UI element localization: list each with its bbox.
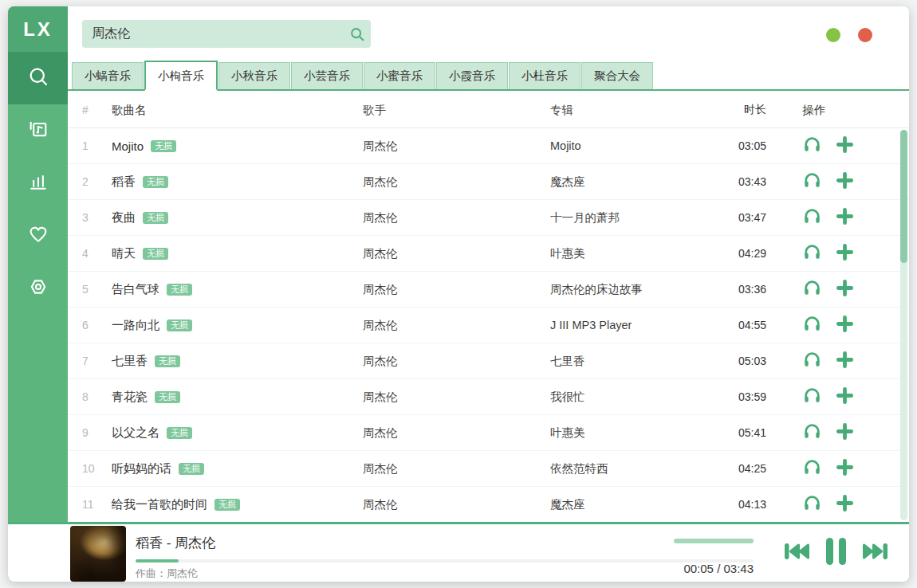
add-button[interactable] (836, 351, 854, 372)
song-name: 告白气球 (112, 282, 159, 297)
search-icon[interactable] (344, 25, 371, 43)
progress-bar[interactable] (136, 559, 754, 563)
player-controls (782, 524, 890, 582)
sidebar-item-settings[interactable] (8, 262, 68, 315)
source-tab[interactable]: 聚合大会 (581, 62, 653, 89)
add-button[interactable] (836, 315, 854, 336)
next-button[interactable] (860, 539, 890, 567)
add-button[interactable] (836, 171, 854, 193)
table-row[interactable]: 5 告白气球 无损 周杰伦 周杰伦的床边故事 03:36 (68, 272, 909, 308)
table-scrollbar-track[interactable] (900, 130, 907, 520)
plus-icon (836, 279, 854, 300)
add-button[interactable] (836, 494, 854, 515)
song-name: 稻香 (112, 174, 136, 190)
song-duration: 05:41 (730, 426, 766, 439)
row-index: 4 (82, 247, 112, 260)
add-button[interactable] (836, 135, 854, 157)
song-name: 听妈妈的话 (112, 461, 171, 476)
add-button[interactable] (836, 422, 854, 444)
music-list-icon (27, 118, 49, 143)
sidebar-item-search[interactable] (8, 52, 68, 104)
album-art[interactable] (70, 526, 126, 582)
song-duration: 03:05 (730, 139, 766, 152)
table-row[interactable]: 2 稻香 无损 周杰伦 魔杰座 03:43 (68, 164, 909, 200)
listen-button[interactable] (802, 314, 822, 337)
table-row[interactable]: 11 给我一首歌的时间 无损 周杰伦 魔杰座 04:13 (68, 487, 909, 522)
headphone-icon (802, 206, 822, 229)
add-button[interactable] (836, 458, 854, 480)
quality-badge: 无损 (143, 212, 168, 224)
table-row[interactable]: 4 晴天 无损 周杰伦 叶惠美 04:29 (68, 236, 909, 272)
add-button[interactable] (836, 279, 854, 300)
minimize-button[interactable] (826, 28, 840, 42)
song-duration: 03:36 (730, 283, 766, 296)
song-album: 叶惠美 (550, 425, 730, 441)
add-button[interactable] (836, 243, 854, 265)
headphone-icon (802, 278, 822, 301)
source-tab[interactable]: 小杜音乐 (509, 62, 581, 89)
volume-slider[interactable] (674, 539, 754, 543)
quality-badge: 无损 (179, 463, 204, 475)
plus-icon (836, 494, 854, 515)
listen-button[interactable] (802, 206, 822, 229)
player-bar: 稻香 - 周杰伦 作曲：周杰伦 00:05 / 03:43 (8, 522, 909, 582)
row-index: 6 (82, 319, 112, 331)
song-duration: 04:25 (730, 462, 766, 475)
listen-button[interactable] (802, 242, 822, 265)
song-album: J III MP3 Player (550, 319, 730, 331)
listen-button[interactable] (802, 457, 822, 480)
listen-button[interactable] (802, 493, 822, 516)
previous-button[interactable] (782, 539, 812, 567)
plus-icon (836, 135, 854, 157)
table-row[interactable]: 6 一路向北 无损 周杰伦 J III MP3 Player 04:55 (68, 308, 909, 343)
headphone-icon (802, 386, 822, 409)
table-row[interactable]: 8 青花瓷 无损 周杰伦 我很忙 03:59 (68, 379, 909, 415)
listen-button[interactable] (802, 386, 822, 409)
song-name: 七里香 (112, 354, 148, 369)
listen-button[interactable] (802, 350, 822, 373)
table-row[interactable]: 9 以父之名 无损 周杰伦 叶惠美 05:41 (68, 415, 909, 451)
plus-icon (836, 207, 854, 229)
song-album: 叶惠美 (550, 246, 730, 261)
song-name: 晴天 (112, 246, 136, 261)
song-artist: 周杰伦 (363, 210, 550, 225)
song-artist: 周杰伦 (363, 461, 550, 476)
close-button[interactable] (858, 28, 872, 42)
search-input[interactable] (82, 27, 344, 41)
source-tab[interactable]: 小霞音乐 (436, 62, 508, 89)
table-row[interactable]: 1 Mojito 无损 周杰伦 Mojito 03:05 (68, 128, 909, 164)
add-button[interactable] (836, 207, 854, 229)
now-playing-title: 稻香 - 周杰伦 (136, 534, 215, 552)
header-album: 专辑 (550, 103, 730, 118)
sidebar-item-leaderboard[interactable] (8, 157, 68, 210)
skip-next-icon (860, 539, 890, 567)
source-tab[interactable]: 小蜜音乐 (364, 62, 435, 89)
quality-badge: 无损 (214, 499, 240, 511)
listen-button[interactable] (802, 135, 822, 158)
quality-badge: 无损 (167, 427, 192, 439)
song-duration: 04:29 (730, 247, 766, 260)
table-row[interactable]: 7 七里香 无损 周杰伦 七里香 05:03 (68, 343, 909, 379)
row-index: 5 (82, 283, 112, 296)
source-tab[interactable]: 小芸音乐 (291, 62, 363, 89)
table-row[interactable]: 3 夜曲 无损 周杰伦 十一月的萧邦 03:47 (68, 200, 909, 236)
add-button[interactable] (836, 386, 854, 408)
song-artist: 周杰伦 (363, 282, 550, 297)
pause-button[interactable] (825, 536, 848, 570)
plus-icon (836, 315, 854, 336)
app-logo: LX (8, 6, 68, 52)
listen-button[interactable] (802, 171, 822, 194)
sidebar-item-favorites[interactable] (8, 210, 68, 262)
source-tab[interactable]: 小秋音乐 (218, 62, 290, 89)
song-album: 依然范特西 (550, 461, 730, 476)
source-tab[interactable]: 小蜗音乐 (72, 62, 144, 89)
listen-button[interactable] (802, 278, 822, 301)
row-index: 9 (82, 426, 112, 439)
row-index: 10 (82, 462, 112, 475)
song-artist: 周杰伦 (363, 174, 550, 190)
table-row[interactable]: 10 听妈妈的话 无损 周杰伦 依然范特西 04:25 (68, 451, 909, 487)
listen-button[interactable] (802, 421, 822, 445)
table-scrollbar-thumb[interactable] (900, 130, 907, 263)
source-tab[interactable]: 小枸音乐 (144, 61, 218, 91)
sidebar-item-my-music[interactable] (8, 104, 68, 157)
